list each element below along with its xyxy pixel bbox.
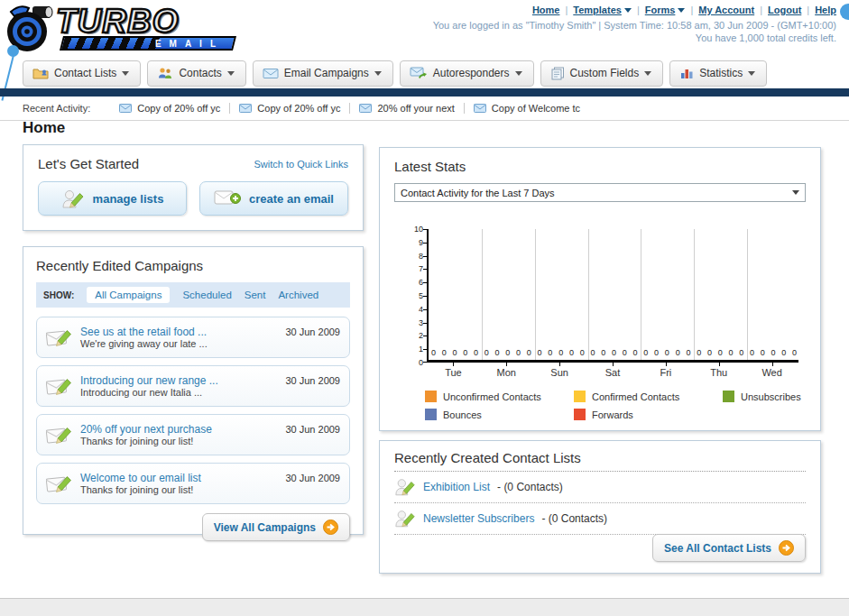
separator: | [760, 5, 762, 15]
data-value-label: 0 [623, 348, 627, 357]
campaigns-title: Recently Edited Campaigns [36, 258, 203, 273]
campaign-subtitle: Thanks for joining our list! [80, 436, 278, 446]
create-email-button[interactable]: create an email [199, 181, 348, 216]
recent-activity-item[interactable]: Copy of 20% off yc [110, 103, 229, 114]
header-link-templates[interactable]: Templates [573, 5, 632, 15]
person-pencil-icon [394, 509, 416, 529]
data-value-label: 0 [590, 348, 595, 357]
nav-tab-autoresponders[interactable]: Autoresponders [400, 60, 534, 87]
stats-period-select[interactable]: Contact Activity for the Last 7 Days [394, 183, 806, 202]
chart-gridline [747, 229, 748, 360]
legend-label: Unconfirmed Contacts [443, 391, 541, 402]
nav-tab-contacts[interactable]: Contacts [147, 60, 245, 87]
data-value-label: 0 [643, 348, 648, 357]
create-email-label: create an email [249, 192, 334, 206]
y-axis-tick-label: 8 [401, 252, 423, 261]
contact-list-count: - (0 Contacts) [541, 512, 607, 525]
x-axis-day-label: Sat [586, 363, 640, 378]
header-link-help[interactable]: Help [815, 5, 836, 15]
get-started-panel: Let's Get Started Switch to Quick Links … [23, 144, 364, 231]
campaign-title-link[interactable]: Welcome to our email list [80, 472, 278, 484]
stats-select-value: Contact Activity for the Last 7 Days [401, 188, 555, 198]
orange-arrow-icon [779, 540, 794, 556]
data-value-label: 0 [442, 348, 447, 357]
nav-tab-label: Contact Lists [54, 67, 116, 79]
nav-tab-contact-lists[interactable]: Contact Lists [23, 60, 141, 87]
chart-gridline [641, 229, 641, 360]
person-pencil-icon [61, 188, 85, 209]
header-link-home[interactable]: Home [532, 5, 560, 15]
switch-quick-links-link[interactable]: Switch to Quick Links [254, 159, 348, 170]
campaign-title-link[interactable]: See us at the retail food ... [80, 326, 278, 338]
campaign-title-link[interactable]: Introducing our new range ... [80, 374, 278, 387]
data-value-label: 0 [495, 348, 500, 357]
legend-swatch-unsubscribes [723, 391, 734, 402]
campaign-row[interactable]: 20% off your next purchase Thanks for jo… [36, 414, 350, 455]
recent-activity-item[interactable]: Copy of Welcome tc [464, 103, 589, 114]
campaign-title-link[interactable]: 20% off your next purchase [80, 423, 278, 436]
get-started-title: Let's Get Started [38, 156, 139, 171]
y-axis-tick-label: 1 [401, 345, 423, 354]
chart-gridline [694, 229, 695, 360]
nav-tab-label: Autoresponders [433, 67, 510, 79]
contact-list-link[interactable]: Newsletter Subscribers [423, 512, 534, 525]
contact-list-link[interactable]: Exhibition List [423, 481, 490, 493]
view-all-campaigns-button[interactable]: View All Campaigns [202, 513, 350, 541]
nav-tab-statistics[interactable]: Statistics [669, 60, 767, 87]
legend-item: Unconfirmed Contacts [425, 391, 574, 402]
campaign-list: See us at the retail food ... We're givi… [36, 317, 350, 504]
nav-tab-label: Contacts [179, 67, 221, 79]
chart-plot-area: 0123456789100000000000000000000000000000… [427, 229, 798, 363]
recent-activity-label: Recent Activity: [23, 103, 90, 114]
chart-gridline [535, 229, 536, 360]
data-value-label: 0 [792, 348, 797, 357]
recent-activity-item[interactable]: Copy of 20% off yc [229, 103, 349, 114]
data-value-label: 0 [548, 348, 552, 357]
tab-all-campaigns[interactable]: All Campaigns [87, 287, 170, 303]
envelope-pencil-icon [46, 326, 73, 348]
campaign-row[interactable]: Welcome to our email list Thanks for joi… [36, 463, 350, 504]
orange-arrow-icon [323, 519, 338, 535]
data-value-label: 0 [601, 348, 605, 357]
campaign-row[interactable]: Introducing our new range ... Introducin… [36, 365, 350, 407]
separator: | [637, 5, 640, 15]
y-axis-tick-label: 6 [401, 278, 423, 287]
data-value-label: 0 [739, 348, 743, 357]
separator: | [807, 5, 809, 15]
manage-lists-button[interactable]: manage lists [38, 181, 187, 216]
header-link-logout[interactable]: Logout [768, 5, 801, 15]
recently-created-contact-lists-panel: Recently Created Contact Lists Exhibitio… [379, 440, 821, 574]
tab-sent[interactable]: Sent [245, 290, 266, 300]
y-axis-tick-mark [423, 243, 428, 244]
data-value-label: 0 [750, 348, 754, 357]
header-link-forms[interactable]: Forms [645, 5, 686, 15]
manage-lists-label: manage lists [93, 192, 164, 206]
data-value-label: 0 [761, 348, 765, 357]
nav-tab-email-campaigns[interactable]: Email Campaigns [253, 60, 393, 87]
tab-archived[interactable]: Archived [278, 290, 318, 300]
chart-legend: Unconfirmed Contacts Confirmed Contacts … [425, 391, 806, 420]
recent-activity-title: Copy of Welcome tc [492, 103, 580, 114]
data-value-label: 0 [538, 348, 542, 357]
person-pencil-icon [394, 477, 416, 497]
chevron-down-icon [792, 190, 799, 195]
data-value-label: 0 [516, 348, 521, 357]
legend-item: Bounces [425, 409, 574, 420]
header-link-my-account[interactable]: My Account [698, 5, 754, 15]
x-axis-day-label: Wed [745, 363, 798, 378]
contact-list-row[interactable]: Newsletter Subscribers - (0 Contacts) [394, 503, 806, 535]
contact-list-row[interactable]: Exhibition List - (0 Contacts) [394, 472, 806, 503]
tab-scheduled[interactable]: Scheduled [182, 290, 231, 300]
x-axis-day-label: Mon [480, 363, 533, 378]
campaign-row[interactable]: See us at the retail food ... We're givi… [36, 317, 350, 358]
contact-lists-folder-icon [32, 67, 49, 79]
turbo-email-logo[interactable]: TURBO EMAIL [5, 3, 249, 57]
recent-activity-item[interactable]: 20% off your next [349, 103, 463, 114]
email-envelope-icon [263, 68, 279, 79]
logo-title: TURBO [56, 3, 180, 41]
envelope-pencil-icon [46, 424, 73, 446]
see-all-contact-lists-button[interactable]: See All Contact Lists [652, 534, 806, 562]
nav-tab-custom-fields[interactable]: Custom Fields [540, 60, 664, 87]
legend-item: Forwards [574, 409, 723, 420]
footer-strip [0, 598, 849, 616]
